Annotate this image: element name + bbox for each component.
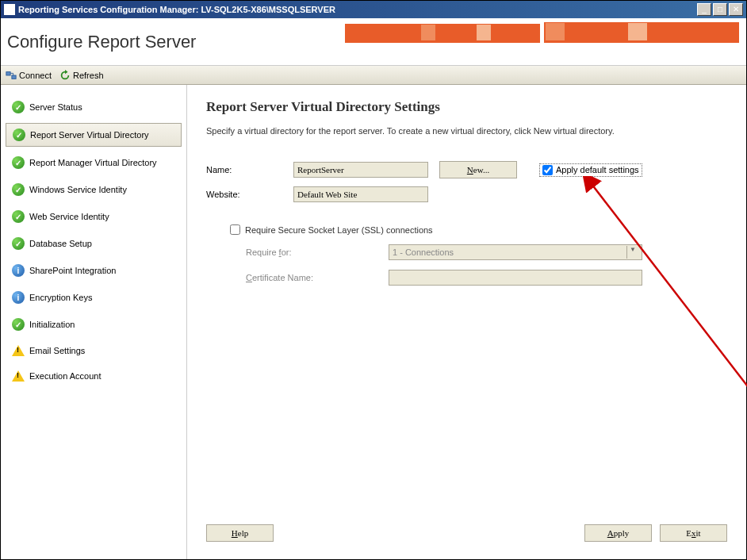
warning-icon (12, 370, 25, 382)
sidebar-item-label: Initialization (29, 320, 75, 329)
check-icon: ✓ (12, 210, 25, 223)
name-label: Name: (206, 165, 293, 175)
sidebar-item-label: Database Setup (29, 239, 92, 248)
main-panel: Report Server Virtual Directory Settings… (187, 85, 746, 559)
require-for-select: 1 - Connections ▼ (389, 244, 642, 260)
window-controls: _ □ ✕ (697, 3, 743, 16)
sidebar-item-web-service-identity[interactable]: ✓Web Service Identity (6, 205, 182, 228)
cert-input (389, 270, 642, 286)
app-icon (4, 4, 15, 15)
apply-default-label: Apply default settings (556, 165, 639, 175)
warning-icon (12, 345, 25, 356)
website-input[interactable] (293, 186, 428, 202)
cert-label: Certificate Name: (246, 273, 389, 282)
close-button[interactable]: ✕ (729, 3, 743, 16)
ssl-label: Require Secure Socket Layer (SSL) connec… (245, 225, 433, 235)
annotation-arrow (568, 176, 747, 470)
minimize-button[interactable]: _ (697, 3, 711, 16)
footer: Help Apply Exit (206, 516, 727, 550)
sidebar-item-label: Execution Account (29, 371, 102, 381)
new-button[interactable]: New... (439, 161, 517, 178)
sidebar: ✓Server Status✓Report Server Virtual Dir… (1, 85, 187, 559)
sidebar-item-label: Windows Service Identity (29, 185, 127, 194)
titlebar: Reporting Services Configuration Manager… (1, 1, 746, 18)
app-window: Reporting Services Configuration Manager… (0, 0, 747, 560)
sidebar-item-label: Encryption Keys (29, 293, 92, 302)
sidebar-item-database-setup[interactable]: ✓Database Setup (6, 232, 182, 255)
refresh-icon (59, 70, 71, 81)
sidebar-item-windows-service-identity[interactable]: ✓Windows Service Identity (6, 178, 182, 201)
sidebar-item-label: Email Settings (29, 346, 85, 355)
sidebar-item-server-status[interactable]: ✓Server Status (6, 96, 182, 118)
sidebar-item-label: Report Server Virtual Directory (30, 130, 149, 140)
check-icon: ✓ (12, 156, 25, 169)
sidebar-item-sharepoint-integration[interactable]: iSharePoint Integration (6, 259, 182, 282)
info-icon: i (12, 291, 25, 304)
sidebar-item-label: SharePoint Integration (29, 266, 116, 275)
sidebar-item-encryption-keys[interactable]: iEncryption Keys (6, 286, 182, 309)
help-button[interactable]: Help (206, 524, 274, 542)
sidebar-item-email-settings[interactable]: Email Settings (6, 340, 182, 361)
sidebar-item-initialization[interactable]: ✓Initialization (6, 313, 182, 336)
name-row: Name: New... Apply default settings (206, 161, 727, 178)
maximize-button[interactable]: □ (713, 3, 727, 16)
page-title: Report Server Virtual Directory Settings (206, 99, 727, 115)
header: Configure Report Server (1, 18, 746, 66)
check-icon: ✓ (12, 237, 25, 250)
exit-button[interactable]: Exit (660, 524, 727, 542)
website-row: Website: (206, 186, 727, 202)
website-label: Website: (206, 190, 293, 199)
toolbar: Connect Refresh (1, 66, 746, 85)
page-description: Specify a virtual directory for the repo… (206, 126, 727, 136)
require-for-label: Require for: (246, 247, 389, 257)
sidebar-item-label: Web Service Identity (29, 212, 109, 221)
ssl-section: Require Secure Socket Layer (SSL) connec… (230, 224, 727, 295)
connect-icon (6, 70, 17, 81)
ssl-checkbox[interactable] (230, 224, 240, 235)
chevron-down-icon: ▼ (626, 246, 638, 259)
apply-default-checkbox[interactable] (542, 165, 553, 175)
check-icon: ✓ (12, 183, 25, 196)
refresh-button[interactable]: Refresh (59, 70, 104, 81)
require-for-value: 1 - Connections (393, 247, 454, 257)
sidebar-item-report-manager-virtual-directory[interactable]: ✓Report Manager Virtual Directory (6, 152, 182, 174)
sidebar-item-label: Report Manager Virtual Directory (29, 158, 157, 167)
window-title: Reporting Services Configuration Manager… (18, 5, 697, 14)
name-input[interactable] (293, 162, 428, 178)
connect-label: Connect (19, 71, 52, 80)
svg-rect-0 (6, 71, 10, 75)
apply-button[interactable]: Apply (584, 524, 652, 542)
content: ✓Server Status✓Report Server Virtual Dir… (1, 85, 746, 559)
check-icon: ✓ (12, 101, 25, 113)
svg-rect-1 (12, 75, 16, 79)
header-title: Configure Report Server (7, 32, 196, 52)
sidebar-item-execution-account[interactable]: Execution Account (6, 366, 182, 386)
sidebar-item-report-server-virtual-directory[interactable]: ✓Report Server Virtual Directory (6, 123, 182, 147)
check-icon: ✓ (12, 318, 25, 331)
refresh-label: Refresh (73, 71, 104, 80)
brand-graphic (344, 21, 740, 44)
info-icon: i (12, 264, 25, 277)
connect-button[interactable]: Connect (6, 70, 52, 81)
sidebar-item-label: Server Status (29, 102, 82, 112)
check-icon: ✓ (13, 128, 25, 141)
apply-default-row: Apply default settings (539, 163, 642, 177)
